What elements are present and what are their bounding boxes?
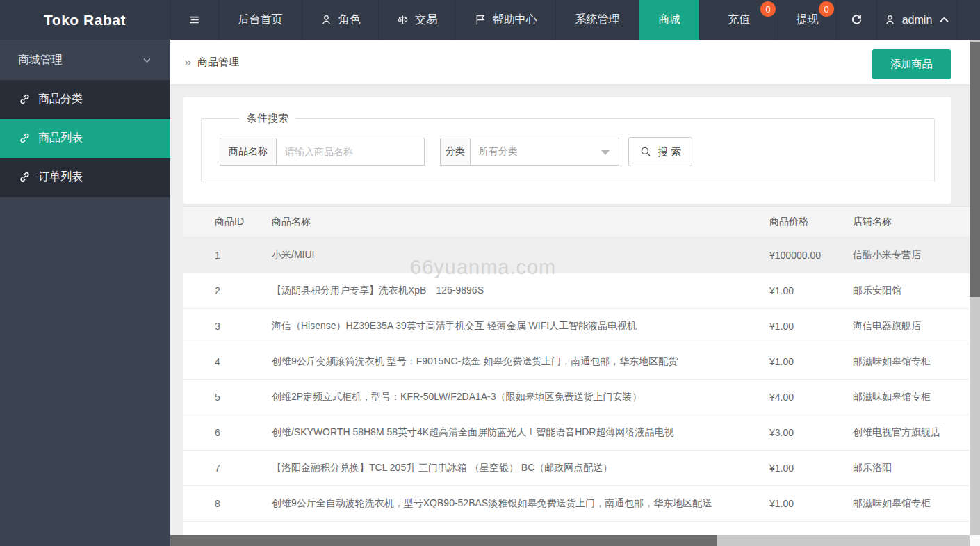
search-icon xyxy=(639,145,652,158)
search-button[interactable]: 搜 索 xyxy=(628,137,692,166)
cell-name: 创维/SKYWORTH 58H8M 58英寸4K超高清全面屏防蓝光人工智能语音H… xyxy=(272,415,769,451)
cell-name: 创维2P定频立式柜机，型号：KFR-50LW/F2DA1A-3（限如皋地区免费送… xyxy=(272,380,769,415)
breadcrumb-bar: » 商品管理 xyxy=(170,40,970,85)
nav-item-trades[interactable]: 交易 xyxy=(379,0,455,40)
category-group: 分类 所有分类 xyxy=(440,138,619,166)
table-row[interactable]: 2 【汤阴县积分用户专享】洗衣机XpB—126-9896S ¥1.00 邮乐安阳… xyxy=(183,273,970,309)
horizontal-scrollbar[interactable] xyxy=(170,535,970,546)
refresh-button[interactable] xyxy=(837,0,877,40)
table-row[interactable]: 4 创维9公斤变频滚筒洗衣机 型号：F9015NC-炫金 如皋免费送货上门，南通… xyxy=(183,344,970,380)
user-icon xyxy=(883,13,897,26)
flag-icon xyxy=(474,13,487,26)
scale-icon xyxy=(396,13,409,26)
cell-id: 5 xyxy=(183,380,272,415)
goods-name-group: 商品名称 xyxy=(220,138,425,166)
cell-price: ¥3.00 xyxy=(769,415,853,451)
withdraw-count-badge: 0 xyxy=(819,1,834,17)
top-navbar: Toko Rabat 后台首页 角色 交易 帮助中心 系统管理 商城 充值 0 … xyxy=(0,0,980,40)
double-chevron-icon: » xyxy=(184,55,191,70)
link-icon xyxy=(19,132,31,144)
cell-id: 1 xyxy=(183,238,272,273)
cell-name: 【洛阳金融积分兑换】TCL 205升 三门电冰箱 （星空银） BC（邮政网点配送… xyxy=(272,451,769,486)
chevron-up-icon xyxy=(938,13,951,26)
hamburger-icon xyxy=(188,13,201,26)
cell-id: 3 xyxy=(183,309,272,344)
page-title: 商品管理 xyxy=(197,56,239,69)
sidebar-group-mall-management[interactable]: 商城管理 xyxy=(0,40,170,80)
cell-store: 邮乐安阳馆 xyxy=(853,273,970,309)
cell-store: 邮滋味如皋馆专柜 xyxy=(853,344,970,380)
cell-price: ¥1.00 xyxy=(769,344,853,380)
cell-id: 7 xyxy=(183,451,272,486)
chevron-down-icon xyxy=(142,55,152,65)
user-menu[interactable]: admin xyxy=(877,0,958,40)
table-row[interactable]: 5 创维2P定频立式柜机，型号：KFR-50LW/F2DA1A-3（限如皋地区免… xyxy=(183,380,970,415)
add-goods-button[interactable]: 添加商品 xyxy=(872,49,951,79)
cell-id: 6 xyxy=(183,415,272,451)
cell-store: 信酷小米专营店 xyxy=(853,238,970,273)
table-header-row: 商品ID 商品名称 商品价格 店铺名称 xyxy=(183,207,970,238)
search-panel: 条件搜索 商品名称 分类 所有分类 搜 索 xyxy=(183,97,951,204)
cell-id: 4 xyxy=(183,344,272,380)
sidebar-item-goods-categories[interactable]: 商品分类 xyxy=(0,80,170,119)
brand-logo: Toko Rabat xyxy=(0,0,170,40)
nav-item-recharge[interactable]: 充值 0 xyxy=(700,0,778,40)
sidebar-item-order-list[interactable]: 订单列表 xyxy=(0,158,170,197)
nav-item-dashboard[interactable]: 后台首页 xyxy=(219,0,302,40)
table-row[interactable]: 6 创维/SKYWORTH 58H8M 58英寸4K超高清全面屏防蓝光人工智能语… xyxy=(183,415,970,451)
horizontal-scrollbar-thumb[interactable] xyxy=(170,535,717,546)
goods-name-label: 商品名称 xyxy=(220,138,277,166)
nav-item-help-center[interactable]: 帮助中心 xyxy=(455,0,556,40)
goods-table: 商品ID 商品名称 商品价格 店铺名称 1 小米/MIUI ¥100000.00… xyxy=(183,206,970,522)
goods-table-container: 商品ID 商品名称 商品价格 店铺名称 1 小米/MIUI ¥100000.00… xyxy=(183,206,970,535)
col-header-id: 商品ID xyxy=(183,207,272,238)
col-header-price: 商品价格 xyxy=(769,207,853,238)
category-label: 分类 xyxy=(440,138,471,166)
cell-store: 创维电视官方旗舰店 xyxy=(853,415,970,451)
cell-store: 邮滋味如皋馆专柜 xyxy=(853,380,970,415)
table-row[interactable]: 3 海信（Hisense）HZ39E35A 39英寸高清手机交互 轻薄金属 WI… xyxy=(183,309,970,344)
category-select[interactable]: 所有分类 xyxy=(471,138,619,166)
nav-item-withdraw[interactable]: 提现 0 xyxy=(778,0,837,40)
goods-name-input[interactable] xyxy=(277,138,425,166)
cell-store: 海信电器旗舰店 xyxy=(853,309,970,344)
nav-item-mall[interactable]: 商城 xyxy=(639,0,700,40)
cell-price: ¥1.00 xyxy=(769,309,853,344)
sidebar-toggle-button[interactable] xyxy=(170,0,219,40)
link-icon xyxy=(19,171,31,183)
search-legend: 条件搜索 xyxy=(240,112,295,125)
nav-item-roles[interactable]: 角色 xyxy=(302,0,379,40)
cell-price: ¥1.00 xyxy=(769,273,853,309)
cell-store: 邮滋味如皋馆专柜 xyxy=(853,486,970,522)
search-fieldset: 条件搜索 商品名称 分类 所有分类 搜 索 xyxy=(201,112,935,182)
cell-id: 2 xyxy=(183,273,272,309)
vertical-scrollbar-thumb[interactable] xyxy=(970,42,980,297)
col-header-store: 店铺名称 xyxy=(853,207,970,238)
table-row[interactable]: 7 【洛阳金融积分兑换】TCL 205升 三门电冰箱 （星空银） BC（邮政网点… xyxy=(183,451,970,486)
cell-name: 海信（Hisense）HZ39E35A 39英寸高清手机交互 轻薄金属 WIFI… xyxy=(272,309,769,344)
main-content: » 商品管理 添加商品 条件搜索 商品名称 分类 所有分类 xyxy=(170,40,970,535)
cell-price: ¥4.00 xyxy=(769,380,853,415)
category-selected-value: 所有分类 xyxy=(479,145,518,158)
link-icon xyxy=(19,93,31,105)
cell-name: 创维9公斤变频滚筒洗衣机 型号：F9015NC-炫金 如皋免费送货上门，南通包邮… xyxy=(272,344,769,380)
recharge-count-badge: 0 xyxy=(760,1,776,17)
cell-id: 8 xyxy=(183,486,272,522)
nav-item-system[interactable]: 系统管理 xyxy=(556,0,639,40)
col-header-name: 商品名称 xyxy=(272,207,769,238)
refresh-icon xyxy=(850,13,863,26)
caret-down-icon xyxy=(601,150,610,155)
cell-name: 创维9公斤全自动波轮洗衣机，型号XQB90-52BAS淡雅银如皋免费送货上门，南… xyxy=(272,486,769,522)
sidebar-item-goods-list[interactable]: 商品列表 xyxy=(0,119,170,158)
goods-table-body: 1 小米/MIUI ¥100000.00 信酷小米专营店 2 【汤阴县积分用户专… xyxy=(183,238,970,522)
cell-store: 邮乐洛阳 xyxy=(853,451,970,486)
scrollbar-corner xyxy=(970,535,980,546)
user-icon xyxy=(320,13,333,26)
breadcrumb: » 商品管理 xyxy=(184,55,239,70)
cell-price: ¥1.00 xyxy=(769,451,853,486)
cell-price: ¥100000.00 xyxy=(769,238,853,273)
vertical-scrollbar[interactable] xyxy=(970,40,980,535)
table-row[interactable]: 8 创维9公斤全自动波轮洗衣机，型号XQB90-52BAS淡雅银如皋免费送货上门… xyxy=(183,486,970,522)
cell-name: 小米/MIUI xyxy=(272,238,769,273)
table-row[interactable]: 1 小米/MIUI ¥100000.00 信酷小米专营店 xyxy=(183,238,970,273)
